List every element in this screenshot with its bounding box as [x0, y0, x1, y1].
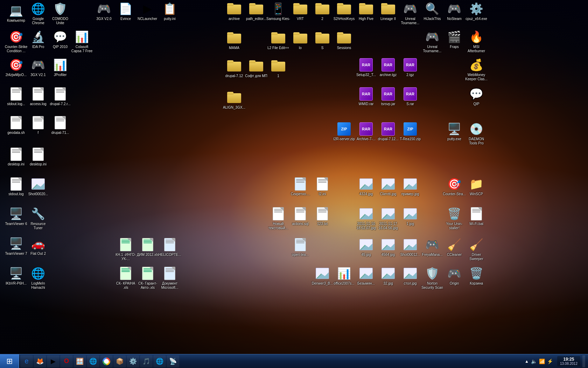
desktop-icon-mama-folder[interactable]: MAMA	[222, 31, 247, 50]
desktop-icon-soft-mp[interactable]: Софт для МП	[244, 59, 269, 79]
desktop-icon-ck-kraina[interactable]: СК- КРАІНА .xls	[113, 266, 138, 290]
desktop-icon-open-tea[interactable]: open-tea...	[288, 238, 313, 257]
desktop-icon-ck-garant[interactable]: СК- Гарант- Авто-.xls	[135, 266, 160, 290]
taskbar-ie[interactable]: e	[20, 355, 33, 367]
desktop-icon-actions-sql[interactable]: actions.sql	[288, 207, 313, 226]
desktop-icon-align3gx[interactable]: ALIGN_3GX...	[222, 90, 247, 110]
desktop-icon-my-computer[interactable]: 💻Компьютер	[4, 4, 29, 23]
taskbar-app4[interactable]: 🌐	[153, 355, 166, 367]
desktop-icon-desktop-ini2[interactable]: desktop.ini	[26, 147, 51, 167]
desktop-icon-folder1[interactable]: 1	[266, 59, 291, 79]
desktop-icon-i32[interactable]: 32.jpg	[376, 266, 401, 286]
desktop-icon-desktop-ini1[interactable]: desktop.ini	[4, 147, 29, 167]
desktop-icon-novyi-txt[interactable]: Новый текстовый...	[266, 207, 291, 231]
desktop-icon-i45[interactable]: 45.jpg	[354, 238, 379, 257]
desktop-icon-lo-folder[interactable]: lo	[288, 31, 313, 50]
desktop-icon-archive-tgz[interactable]: RARarchive.tgz	[376, 58, 401, 77]
taskbar-app2[interactable]: ⚙️	[127, 355, 139, 367]
taskbar-network[interactable]: 🌐	[87, 355, 99, 367]
desktop-icon-setup32[interactable]: RARSetup32_T...	[354, 58, 379, 77]
desktop-icon-primer[interactable]: пример.jpg	[398, 177, 423, 197]
desktop-icon-highfive[interactable]: High Five	[354, 2, 379, 21]
desktop-icon-winscp[interactable]: 📁WinSCP	[464, 177, 489, 197]
desktop-icon-samsung[interactable]: 📱Samsung Kies-	[266, 2, 291, 21]
show-desktop-button[interactable]	[582, 355, 585, 367]
desktop-icon-korzina[interactable]: 🗑️Корзина	[464, 266, 489, 286]
desktop-icon-path-editor[interactable]: path_editor...	[244, 2, 269, 21]
desktop-icon-putty[interactable]: 📋putty.ini	[157, 2, 182, 21]
desktop-icon-helicopte[interactable]: HELICOPTE...	[157, 238, 182, 257]
desktop-icon-1jpg[interactable]: 1.jpg	[398, 207, 423, 226]
desktop-icon-access-log[interactable]: access.log	[26, 87, 51, 107]
desktop-icon-stol[interactable]: стол.jpg	[398, 266, 423, 286]
taskbar-firefox[interactable]: 🦊	[34, 355, 46, 367]
desktop-icon-l2r-serverzip[interactable]: ZIPl2R-server.zip	[331, 122, 357, 142]
desktop-icon-archive-7z[interactable]: RARArchive-7-...	[354, 122, 379, 142]
taskbar-media[interactable]: ▶	[47, 355, 59, 367]
desktop-icon-colasoft[interactable]: 📊Colasoft Capsa 7 Free	[69, 30, 94, 54]
desktop-icon-norton[interactable]: 🛡️Norton Security Scan	[420, 266, 445, 290]
desktop-icon-clientti[interactable]: Clientti.jpg	[376, 177, 401, 197]
desktop-icon-putty-exe[interactable]: 🖥️putty.exe	[442, 122, 467, 142]
desktop-icon-photo2[interactable]: 2011-11-17 16.04.56.jpg	[376, 207, 401, 231]
taskbar-opera[interactable]: O	[60, 355, 73, 367]
desktop-icon-fraps[interactable]: 🎬Fraps	[442, 30, 467, 49]
desktop-icon-nosteam[interactable]: 🎮NoSteam	[442, 2, 467, 21]
desktop-icon-logmein[interactable]: 🌐LogMeIn Hamachi	[26, 266, 51, 290]
desktop-icon-jprofiler[interactable]: 📊JProfiler	[48, 58, 73, 77]
desktop-icon-counter-str[interactable]: 🎯Counter-Stra...	[442, 177, 467, 197]
tray-arrow[interactable]: ▲	[525, 359, 529, 364]
desktop-icon-3gxv21[interactable]: 🎮3GX V2.1	[26, 58, 51, 77]
desktop-icon-123txt[interactable]: 123.txt	[310, 207, 335, 226]
desktop-icon-2tgz[interactable]: RAR2.tgz	[398, 58, 423, 77]
desktop-icon-drupal712z[interactable]: RARdrupal-7.12...	[376, 122, 401, 142]
desktop-icon-drupal712[interactable]: drupal-7.12	[222, 59, 247, 79]
desktop-icon-google-chrome[interactable]: 🌐Google Chrome	[26, 2, 51, 26]
desktop-icon-unreal-t[interactable]: 🎮Unreal Tourname...	[398, 2, 423, 26]
desktop-icon-stdout-log2[interactable]: stdout.log	[4, 177, 29, 197]
taskbar-chrome[interactable]	[100, 355, 113, 367]
desktop-icon-secretno[interactable]: Секретно....	[288, 177, 313, 197]
desktop-icon-resource-tuner[interactable]: 🔧Resource Tuner	[26, 207, 51, 231]
desktop-icon-qip-icon[interactable]: 💬QIP	[464, 87, 489, 107]
desktop-icon-photo1[interactable]: 2011-11-10 18.52.07.jpg	[354, 207, 379, 231]
desktop-icon-cscondition2[interactable]: 🎯2t4zjwMjoO...	[4, 58, 29, 77]
desktop-icon-i4564[interactable]: 4564.jpg	[376, 238, 401, 257]
tray-power[interactable]: ⚡	[547, 359, 553, 364]
tray-network[interactable]: 📶	[539, 359, 545, 364]
desktop-icon-drupal-72r[interactable]: drupal-7.2.r...	[48, 87, 73, 107]
desktop-icon-i4324[interactable]: 4324.jpg	[354, 177, 379, 197]
desktop-icon-flatout2[interactable]: 🚗Flat Out 2	[26, 237, 51, 256]
taskbar-win[interactable]: 🪟	[74, 355, 86, 367]
desktop-icon-geodata-sh[interactable]: geodata.sh	[4, 116, 29, 135]
desktop-icon-wifi-bat[interactable]: Wi-Fi.bat	[464, 207, 489, 226]
desktop-icon-shot00020[interactable]: Shot00020...	[26, 177, 51, 197]
clock[interactable]: 19:25 13.08.2012	[557, 356, 580, 366]
desktop-icon-hijackthis[interactable]: 🔍HiJackThis	[420, 2, 445, 21]
desktop-icon-f-txt[interactable]: f	[26, 116, 51, 135]
desktop-icon-s-rar[interactable]: RARS.rar	[398, 87, 423, 107]
desktop-icon-unreal-t2[interactable]: 🎮Unreal Tourname...	[420, 30, 445, 54]
desktop-icon-archive-folder[interactable]: archive	[222, 2, 247, 21]
desktop-icon-kn1[interactable]: КН.1 -ИНГО-УК-...	[113, 238, 138, 261]
desktop-icon-origin[interactable]: 🎮Origin	[442, 266, 467, 286]
desktop-icon-lineage2[interactable]: Lineage II	[376, 2, 401, 21]
taskbar-app1[interactable]: 📦	[113, 355, 126, 367]
desktop-icon-stdout-log[interactable]: stdout.log...	[4, 87, 29, 107]
desktop-icon-ida-pro[interactable]: 🔬IDA Pro	[26, 30, 51, 49]
desktop-icon-daemon-tools[interactable]: 💿DAEMON Tools Pro	[464, 122, 489, 146]
desktop-icon-driver-sweeper[interactable]: 🧹Driver Sweeper	[464, 238, 489, 261]
desktop-icon-t-rea150[interactable]: ZIPT-Rea150.zip	[398, 122, 423, 142]
desktop-icon-comodo[interactable]: 🛡️COMODO Unite	[48, 2, 73, 26]
desktop-icon-your-uninstaller[interactable]: 🗑️Your Unin-staller!	[442, 207, 467, 231]
desktop-icon-freymana[interactable]: 🎮FreyaMana...	[420, 238, 445, 257]
desktop-icon-vrt[interactable]: VRT	[288, 2, 313, 21]
desktop-icon-webmoney[interactable]: 💰WebMoney Keeper Clas...	[464, 58, 489, 82]
desktop-icon-teamviewer6[interactable]: 🖥️TeamViewer 6	[4, 207, 29, 226]
taskbar-app5[interactable]: 📡	[167, 355, 179, 367]
start-button[interactable]: ⊞	[0, 354, 19, 368]
tray-volume[interactable]: 🔈	[531, 359, 537, 364]
desktop-icon-ccleaner[interactable]: 🧹CCleaner	[442, 238, 467, 257]
taskbar-app3[interactable]: 🎵	[140, 355, 153, 367]
desktop-icon-drupal71[interactable]: drupal-71...	[48, 116, 73, 135]
